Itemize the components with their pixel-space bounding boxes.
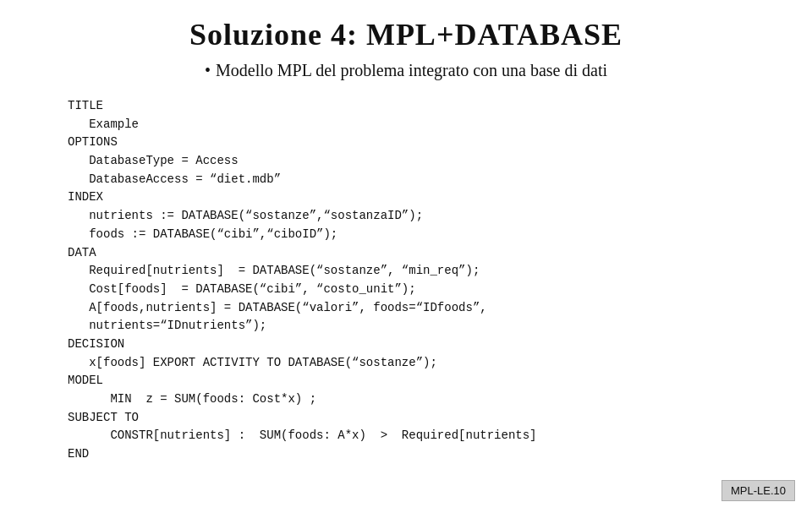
slide-title: Soluzione 4: MPL+DATABASE — [51, 17, 761, 52]
slide-subtitle: Modello MPL del problema integrato con u… — [51, 61, 761, 80]
slide-container: Soluzione 4: MPL+DATABASE Modello MPL de… — [0, 0, 812, 513]
code-block: TITLE Example OPTIONS DatabaseType = Acc… — [68, 97, 761, 464]
slide-badge: MPL-LE.10 — [721, 480, 795, 501]
